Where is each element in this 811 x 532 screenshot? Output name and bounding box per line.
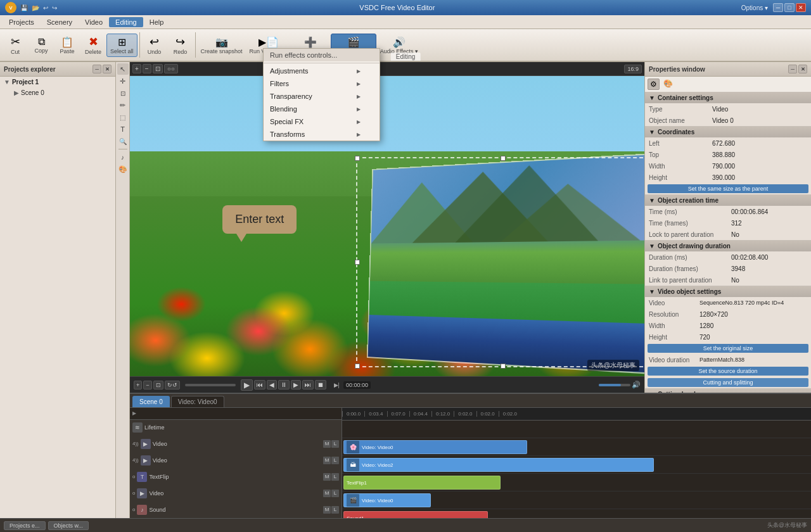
copy-button[interactable]: ⧉ Copy: [29, 34, 54, 56]
tab-scene0[interactable]: Scene 0: [132, 396, 170, 407]
tool-select[interactable]: ↖: [117, 63, 129, 75]
projects-pin-button[interactable]: ─: [93, 65, 101, 73]
track3-lock[interactable]: L: [331, 473, 339, 481]
zoom-out-btn[interactable]: −: [143, 381, 151, 390]
objects-status-btn[interactable]: Objects w...: [48, 521, 89, 530]
track4-lock[interactable]: L: [331, 490, 339, 497]
clip-sound[interactable]: Sound1: [343, 511, 488, 518]
track3-mute[interactable]: M: [323, 473, 331, 481]
prop-section-creation-header[interactable]: ▼Object creation time: [645, 195, 811, 206]
prop-section-video-header[interactable]: ▼Video object settings: [645, 286, 811, 297]
projects-status-btn[interactable]: Projects e...: [4, 521, 46, 530]
quick-open-icon[interactable]: 📂: [32, 4, 39, 11]
menu-item-editing[interactable]: Editing: [109, 17, 143, 27]
clip-video3[interactable]: 🎬 Video: Video0: [343, 493, 431, 507]
cut-button[interactable]: ✂ Cut: [3, 33, 28, 57]
prop-section-coords-header[interactable]: ▼Coordinates: [645, 127, 811, 137]
undo-button[interactable]: ↩ Undo: [142, 33, 167, 57]
tool-shape[interactable]: ⬚: [117, 111, 129, 123]
create-snapshot-button[interactable]: 📷 Create snapshot: [198, 34, 246, 56]
skip-start-btn[interactable]: ⏮: [254, 380, 265, 390]
menu-item-help[interactable]: Help: [143, 17, 170, 27]
dropdown-item-run[interactable]: Run effects controls...: [264, 49, 380, 61]
redo-button[interactable]: ↪ Redo: [168, 33, 193, 57]
track5-mute[interactable]: M: [323, 506, 331, 514]
step-fwd-btn[interactable]: ▶: [291, 380, 301, 390]
zoom-in-btn[interactable]: +: [134, 381, 142, 390]
prop-icon-general[interactable]: ⚙: [648, 79, 660, 90]
clip-video1[interactable]: 🌸 Video: Video0: [343, 440, 527, 454]
tree-item-project1[interactable]: ▼ Project 1: [0, 77, 115, 87]
properties-panel: Properties window ─ ✕ ⚙ 🎨 ▼Container set…: [644, 62, 811, 393]
track2-lock[interactable]: L: [331, 457, 339, 464]
tree-item-scene0[interactable]: ▶ Scene 0: [0, 87, 115, 98]
dropdown-item-transparency[interactable]: Transparency ▶: [264, 90, 380, 103]
maximize-button[interactable]: □: [784, 3, 795, 12]
properties-pin-btn[interactable]: ─: [788, 65, 797, 73]
track1-lock[interactable]: L: [331, 440, 339, 448]
paste-button[interactable]: 📋 Paste: [54, 34, 80, 56]
prop-section-duration-header[interactable]: ▼Object drawing duration: [645, 241, 811, 251]
track-header-video2: 4)) ▶ Video M L: [130, 452, 342, 469]
dropdown-item-transforms[interactable]: Transforms ▶: [264, 128, 380, 141]
clip-video2[interactable]: 🏔 Video: Video2: [343, 458, 654, 472]
prop-row-type: Type Video: [645, 103, 811, 115]
options-menu[interactable]: Options ▾: [738, 4, 772, 12]
clips-area: 0:00.0 0:03.4 0:07.0 0:04.4 0:12.0 0:02.…: [342, 408, 811, 518]
track1-mute[interactable]: M: [323, 440, 331, 448]
tool-move[interactable]: ✛: [117, 75, 129, 87]
prop-row-name: Object name Video 0: [645, 115, 811, 126]
tool-color[interactable]: 🎨: [117, 163, 129, 175]
menu-item-video[interactable]: Video: [79, 17, 109, 27]
set-original-size-btn[interactable]: Set the original size: [648, 344, 808, 353]
set-same-size-btn[interactable]: Set the same size as the parent: [648, 184, 808, 193]
tool-text[interactable]: T: [117, 124, 129, 135]
select-all-button[interactable]: ⊞ Select all: [106, 34, 137, 57]
dropdown-item-filters[interactable]: Filters ▶: [264, 77, 380, 90]
play-btn[interactable]: ▶: [241, 379, 253, 391]
loop-btn[interactable]: ↻↺: [165, 381, 180, 390]
track-header-sound: o ♪ Sound M L: [130, 502, 342, 518]
volume-slider[interactable]: [599, 384, 630, 386]
quick-undo-icon[interactable]: ↩: [43, 4, 48, 11]
projects-close-button[interactable]: ✕: [103, 65, 112, 73]
minimize-button[interactable]: ─: [773, 3, 783, 12]
track4-mute[interactable]: M: [323, 490, 331, 497]
preview-fit[interactable]: ⊡: [153, 64, 163, 73]
preview-reset[interactable]: ○○: [164, 64, 178, 73]
track-header-video3: o ▶ Video M L: [130, 485, 342, 502]
track2-mute[interactable]: M: [323, 457, 331, 464]
skip-end-btn[interactable]: ⏭: [302, 380, 314, 390]
pause-btn[interactable]: ⏸: [278, 380, 290, 390]
text-bubble[interactable]: Enter text: [222, 205, 297, 234]
properties-close-btn[interactable]: ✕: [798, 65, 807, 73]
track5-lock[interactable]: L: [331, 506, 339, 514]
stop-btn[interactable]: ⏹: [315, 380, 326, 390]
close-button[interactable]: ✕: [796, 3, 806, 12]
fit-btn[interactable]: ⊡: [153, 381, 163, 390]
step-back-btn[interactable]: ◀: [267, 380, 277, 390]
preview-zoom-out[interactable]: −: [143, 64, 151, 73]
prop-icon-color[interactable]: 🎨: [661, 79, 675, 90]
quick-save-icon[interactable]: 💾: [20, 4, 28, 11]
dropdown-item-blending[interactable]: Blending ▶: [264, 103, 380, 115]
prop-section-container-header[interactable]: ▼Container settings: [645, 92, 811, 103]
tab-video0[interactable]: Video: Video0: [171, 396, 224, 407]
tool-pen[interactable]: ✏: [117, 99, 129, 111]
dropdown-item-adjustments[interactable]: Adjustments ▶: [264, 65, 380, 77]
menu-item-projects[interactable]: Projects: [3, 17, 41, 27]
set-source-duration-btn[interactable]: Set the source duration: [648, 367, 808, 376]
preview-zoom-in[interactable]: +: [132, 64, 141, 73]
delete-button[interactable]: ✖ Delete: [80, 33, 106, 57]
preview-aspect[interactable]: 16:9: [624, 65, 642, 73]
volume-icon[interactable]: 🔊: [632, 381, 641, 389]
dropdown-item-specialfx[interactable]: Special FX ▶: [264, 115, 380, 128]
cutting-splitting-btn[interactable]: Cutting and splitting: [648, 378, 808, 387]
progress-slider[interactable]: [185, 384, 236, 386]
tool-crop[interactable]: ⊡: [117, 87, 129, 99]
quick-redo-icon[interactable]: ↪: [52, 4, 57, 11]
menu-item-scenery[interactable]: Scenery: [41, 17, 79, 27]
clip-textflip[interactable]: TextFlip1: [343, 476, 501, 490]
tool-audio[interactable]: ♪: [117, 151, 129, 163]
tool-zoom[interactable]: 🔍: [117, 136, 129, 147]
